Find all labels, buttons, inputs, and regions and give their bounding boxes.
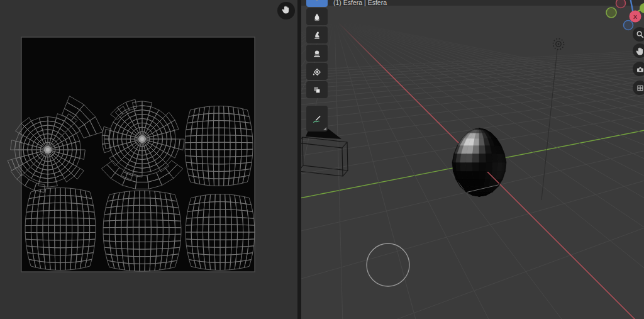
viewport-3d[interactable]: (1) Esfera | EsferaX xyxy=(301,0,644,319)
gizmo-x-label: X xyxy=(633,14,637,20)
viewport-header-text: (1) Esfera | Esfera xyxy=(333,0,387,6)
blender-window: (1) Esfera | EsferaX xyxy=(0,0,644,319)
subtool-indicator xyxy=(323,127,326,130)
tool-clone-button[interactable] xyxy=(306,45,328,62)
move-icon xyxy=(635,46,644,56)
draw-icon xyxy=(306,0,328,2)
zoom-button[interactable] xyxy=(633,27,644,42)
tool-smear-button[interactable] xyxy=(306,26,328,43)
gizmo-axis-ball[interactable] xyxy=(616,0,626,8)
tool-fill-button[interactable] xyxy=(306,63,328,80)
zoom-icon xyxy=(635,30,644,40)
soften-icon xyxy=(312,12,322,22)
perspective-button[interactable] xyxy=(633,81,644,95)
uv-image-editor xyxy=(0,0,297,319)
hand-icon xyxy=(281,4,291,17)
uv-editor-canvas[interactable] xyxy=(0,0,297,319)
hand-icon xyxy=(281,4,291,14)
gizmo-axis-ball[interactable] xyxy=(624,21,633,30)
tool-draw-button[interactable] xyxy=(306,0,328,7)
sphere-object[interactable] xyxy=(452,128,506,196)
annotate-icon xyxy=(312,114,322,124)
tool-mask-button[interactable] xyxy=(306,81,328,98)
fill-icon xyxy=(312,67,322,77)
gizmo-axis-ball[interactable] xyxy=(606,8,616,18)
camera-view-icon xyxy=(635,64,644,74)
smear-icon xyxy=(312,30,322,40)
brush-cursor xyxy=(367,243,409,286)
clone-icon xyxy=(312,48,322,59)
mask-icon xyxy=(312,85,322,95)
tool-soften-button[interactable] xyxy=(306,8,328,25)
perspective-icon xyxy=(635,83,644,93)
pan-hand-button[interactable] xyxy=(277,2,295,20)
move-button[interactable] xyxy=(633,43,644,58)
scene-canvas[interactable]: (1) Esfera | EsferaX xyxy=(301,0,644,319)
camera-view-button[interactable] xyxy=(633,62,644,76)
tool-annotate-button[interactable] xyxy=(306,106,328,132)
horizon-fade xyxy=(301,6,644,75)
